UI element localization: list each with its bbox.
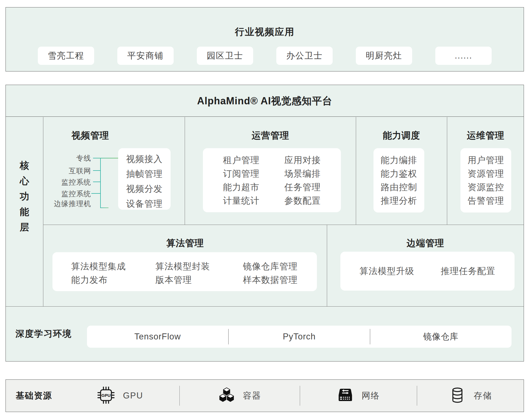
card-item: 样本数据管理 [243, 273, 298, 287]
card-item: 用户管理 [460, 153, 511, 167]
card-item: 场景编排 [284, 167, 321, 180]
network-icon [337, 387, 354, 405]
connector-branch-line [100, 208, 108, 208]
architecture-diagram: 行业视频应用 雪亮工程 平安商铺 园区卫士 办公卫士 明厨亮灶 ...... A… [0, 0, 530, 420]
card-item: 能力超市 [223, 180, 259, 194]
platform-row-1: 视频管理 专线 互联网 监控系统 监控系统 边缘推理机 视频接入 抽帧管理 视频… [43, 117, 524, 225]
edge-mgmt-card: 算法模型升级 推理任务配置 [340, 252, 515, 291]
dl-env-row: 深度学习环境 TensorFlow PyTorch 镜像仓库 [6, 306, 524, 361]
ops-col-1: 租户管理 订阅管理 能力超市 计量统计 [223, 153, 259, 208]
card-item: 路由控制 [373, 180, 424, 194]
card-item: 算法模型升级 [360, 265, 414, 277]
platform-title: AlphaMind® AI视觉感知平台 [6, 85, 524, 117]
algo-col-3: 镜像仓库管理 样本数据管理 [243, 260, 298, 287]
dl-env-label: 深度学习环境 [15, 307, 72, 361]
app-pill: 明厨亮灶 [356, 47, 412, 65]
om-mgmt-card: 用户管理 资源管理 资源监控 告警管理 [460, 148, 511, 212]
infra-item-container: 容器 [179, 380, 300, 412]
card-item: 视频分发 [118, 181, 171, 196]
card-item: 能力鉴权 [373, 167, 424, 180]
connector-trunk-line [100, 158, 101, 208]
card-item: 告警管理 [460, 194, 511, 208]
section-ops-mgmt: 运营管理 租户管理 订阅管理 能力超市 计量统计 应用对接 场景编排 任务管理 … [185, 117, 356, 225]
card-item: 租户管理 [223, 153, 259, 167]
card-item: 订阅管理 [223, 167, 259, 180]
app-pill: 平安商铺 [117, 47, 174, 65]
svg-text:GPU: GPU [102, 393, 111, 398]
app-pill-more: ...... [435, 47, 492, 65]
card-item: 参数配置 [284, 194, 321, 208]
infra-panel: 基础资源 GPU GPU [6, 379, 524, 412]
video-mgmt-card: 视频接入 抽帧管理 视频分发 设备管理 [118, 148, 171, 210]
core-layer-sidebar: 核 心 功 能 层 [6, 117, 43, 307]
card-item: 计量统计 [223, 194, 259, 208]
ops-mgmt-title: 运营管理 [185, 129, 356, 142]
card-item: 能力编排 [373, 153, 424, 167]
section-edge-mgmt: 边端管理 算法模型升级 推理任务配置 [327, 225, 524, 306]
card-item: 版本管理 [155, 273, 210, 287]
core-layer-char: 心 [20, 176, 29, 185]
dl-env-bar: TensorFlow PyTorch 镜像仓库 [87, 326, 512, 348]
industry-apps-title: 行业视频应用 [6, 26, 524, 38]
infra-item-label: 网络 [362, 390, 380, 402]
card-item: 算法模型集成 [71, 260, 126, 273]
gpu-icon: GPU [97, 386, 115, 405]
algo-mgmt-title: 算法管理 [43, 237, 327, 249]
card-item: 设备管理 [118, 196, 171, 211]
core-layer-char: 层 [20, 222, 29, 232]
card-item: 抽帧管理 [118, 166, 171, 181]
card-item: 视频接入 [118, 151, 171, 166]
ops-col-2: 应用对接 场景编排 任务管理 参数配置 [284, 153, 321, 208]
capability-title: 能力调度 [356, 129, 447, 142]
video-source-label: 边缘推理机 [43, 200, 91, 208]
algo-mgmt-card: 算法模型集成 能力发布 算法模型封装 版本管理 镜像仓库管理 样本数据管理 [52, 252, 317, 291]
connector-branch-line [93, 170, 101, 171]
app-pill: 雪亮工程 [38, 47, 94, 65]
card-item: 资源监控 [460, 180, 511, 194]
card-item: 推理任务配置 [441, 265, 495, 277]
app-pill: 办公卫士 [276, 47, 333, 65]
dl-env-item: PyTorch [229, 326, 370, 348]
video-source-label: 监控系统 [43, 178, 91, 186]
industry-apps-row: 雪亮工程 平安商铺 园区卫士 办公卫士 明厨亮灶 ...... [38, 47, 492, 65]
card-item: 能力发布 [71, 273, 126, 287]
algo-col-1: 算法模型集成 能力发布 [71, 260, 126, 287]
dl-env-item: 镜像仓库 [370, 326, 512, 348]
video-source-label: 互联网 [43, 167, 91, 175]
container-icon [218, 387, 235, 405]
video-source-label: 监控系统 [43, 190, 91, 198]
card-item: 应用对接 [284, 153, 321, 167]
section-om-mgmt: 运维管理 用户管理 资源管理 资源监控 告警管理 [447, 117, 524, 225]
core-layer-char: 核 [20, 161, 29, 170]
dl-env-item: TensorFlow [87, 326, 228, 348]
connector-branch-line [91, 193, 101, 194]
video-mgmt-title: 视频管理 [43, 129, 137, 142]
card-item: 算法模型封装 [155, 260, 210, 273]
platform-panel: AlphaMind® AI视觉感知平台 核 心 功 能 层 视频管理 专线 互联… [6, 85, 524, 361]
infra-item-storage: 存储 [417, 380, 524, 412]
infra-item-label: GPU [123, 391, 143, 401]
storage-icon [449, 387, 466, 405]
core-layer-char: 能 [20, 207, 29, 216]
section-capability: 能力调度 能力编排 能力鉴权 路由控制 推理分析 [356, 117, 447, 225]
edge-mgmt-title: 边端管理 [327, 237, 524, 249]
algo-col-2: 算法模型封装 版本管理 [155, 260, 210, 287]
card-item: 镜像仓库管理 [243, 260, 298, 273]
section-algo-mgmt: 算法管理 算法模型集成 能力发布 算法模型封装 版本管理 镜像仓库管理 样本数据… [43, 225, 327, 306]
infra-item-label: 存储 [474, 390, 492, 402]
infra-item-network: 网络 [300, 380, 417, 412]
industry-apps-panel: 行业视频应用 雪亮工程 平安商铺 园区卫士 办公卫士 明厨亮灶 ...... [6, 7, 524, 71]
infra-item-label: 容器 [243, 390, 261, 402]
card-item: 推理分析 [373, 194, 424, 208]
capability-card: 能力编排 能力鉴权 路由控制 推理分析 [373, 148, 424, 212]
om-mgmt-title: 运维管理 [447, 129, 524, 142]
card-item: 任务管理 [284, 180, 321, 194]
core-layer-char: 功 [20, 192, 29, 201]
app-pill: 园区卫士 [197, 47, 253, 65]
section-video-mgmt: 视频管理 专线 互联网 监控系统 监控系统 边缘推理机 视频接入 抽帧管理 视频… [43, 117, 185, 225]
platform-row-2: 算法管理 算法模型集成 能力发布 算法模型封装 版本管理 镜像仓库管理 样本数据… [43, 225, 524, 306]
infra-item-gpu: GPU GPU [61, 380, 179, 412]
ops-mgmt-card: 租户管理 订阅管理 能力超市 计量统计 应用对接 场景编排 任务管理 参数配置 [203, 148, 341, 212]
video-source-label: 专线 [43, 154, 91, 162]
card-item: 资源管理 [460, 167, 511, 180]
